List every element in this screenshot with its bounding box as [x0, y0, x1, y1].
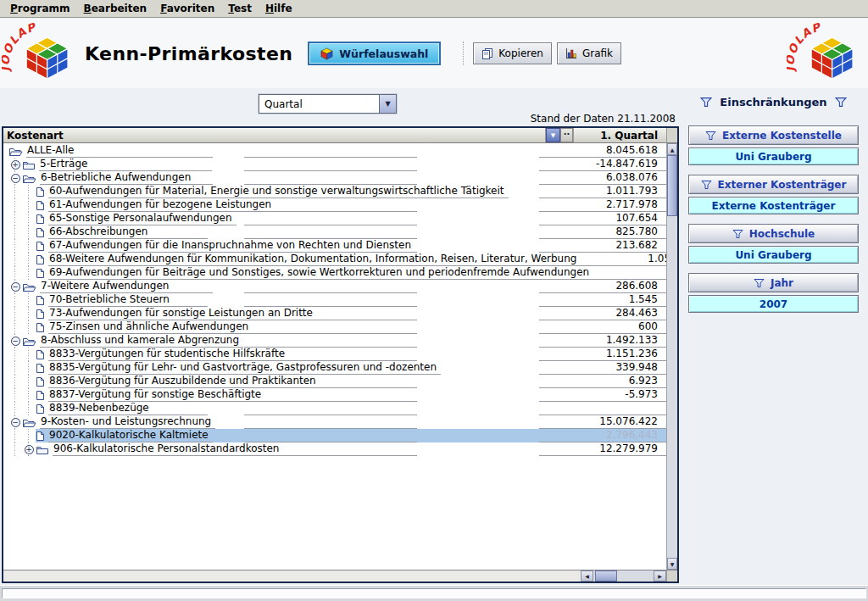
document-icon [36, 214, 45, 225]
folder-closed-icon [36, 444, 49, 455]
filter-value-externer-kostentr-ger[interactable]: Externe Kostenträger [688, 197, 859, 214]
tree-row[interactable]: 8835-Vergütung für Lehr- und Gastvorträg… [3, 361, 666, 375]
tree-row[interactable]: −8-Abschluss und kamerale Abgrenzung1.49… [3, 334, 666, 348]
expand-icon[interactable]: + [11, 160, 20, 170]
column-options-button[interactable]: .. [560, 128, 573, 142]
document-icon [36, 431, 45, 442]
tree-row[interactable]: +906-Kalkulatorische Personalstandardkos… [3, 442, 666, 456]
tree-row[interactable]: −6-Betriebliche Aufwendungen6.038.076 [3, 171, 666, 185]
chevron-down-icon[interactable]: ▼ [379, 95, 396, 113]
filter-button-hochschule[interactable]: Hochschule [688, 224, 859, 243]
tree-row[interactable]: 65-Sonstige Personalaufwendungen107.654 [3, 212, 666, 225]
tree-row[interactable]: 8836-Vergütung für Auszubildende und Pra… [3, 375, 666, 388]
row-value: 1.151.236 [539, 348, 666, 361]
tree-row[interactable]: 69-Aufwendungen für Beiträge und Sonstig… [3, 266, 666, 280]
tree-row[interactable]: −7-Weitere Aufwendungen286.608 [3, 280, 666, 293]
tree-row[interactable]: 8837-Vergütung für sonstige Beschäftigte… [3, 388, 666, 402]
tree-guide [8, 320, 22, 334]
row-label: 8836-Vergütung für Auszubildende und Pra… [48, 375, 320, 388]
scroll-left-button[interactable]: ◀ [581, 570, 593, 582]
row-value: 6.923 [539, 375, 666, 388]
tree-row[interactable]: 67-Aufwendungen für die Inanspruchnahme … [3, 239, 666, 253]
row-label: ALLE-Alle [26, 144, 213, 158]
filter-funnel-icon [705, 131, 716, 141]
horizontal-scrollbar[interactable]: ◀ ▶ [581, 570, 666, 582]
collapse-icon[interactable]: − [11, 337, 20, 346]
row-value: 1.492.133 [539, 334, 666, 348]
tree-row[interactable]: 8833-Vergütungen für studentische Hilfsk… [3, 348, 666, 361]
vertical-scrollbar-thumb[interactable] [667, 155, 677, 216]
row-label: 9020-Kalkulatorische Kaltmiete [48, 429, 213, 442]
tree-row[interactable]: 61-Aufwendungen für bezogene Leistungen2… [3, 198, 666, 212]
collapse-icon[interactable]: − [11, 174, 20, 183]
period-dropdown[interactable]: Quartal ▼ [259, 94, 397, 114]
tree-row[interactable]: 75-Zinsen und ähnliche Aufwendungen600 [3, 320, 666, 334]
tree-guide: − [8, 280, 22, 293]
chart-button[interactable]: Grafik [557, 42, 621, 64]
collapse-icon[interactable]: − [11, 282, 20, 292]
filter-value-hochschule[interactable]: Uni Grauberg [688, 246, 859, 264]
menu-programm[interactable]: Programm [3, 1, 77, 16]
expand-icon[interactable]: + [25, 445, 34, 454]
column-header-kostenart[interactable]: Kostenart [3, 128, 546, 142]
scroll-down-button[interactable]: ▼ [667, 558, 677, 570]
tree-guide [8, 429, 22, 442]
cube-select-button[interactable]: Würfelauswahl [308, 42, 441, 65]
horizontal-scrollbar-thumb[interactable] [595, 570, 617, 582]
row-label: 65-Sonstige Personalaufwendungen [48, 212, 236, 225]
tree-guide [8, 307, 22, 320]
tree-row[interactable]: +5-Erträge-14.847.619 [3, 158, 666, 171]
tree-row[interactable]: 8839-Nebenbezüge [3, 402, 666, 415]
tree-row[interactable]: 73-Aufwendungen für sonstige Leistungen … [3, 307, 666, 320]
menu-favoriten[interactable]: Favoriten [153, 1, 221, 16]
scroll-up-button[interactable]: ▲ [667, 143, 677, 155]
menu-hilfe[interactable]: Hilfe [259, 1, 299, 16]
tree-guide: + [8, 158, 22, 171]
row-value: 600 [539, 320, 666, 334]
tree-row[interactable]: −9-Kosten- und Leistungsrechnung15.076.4… [3, 415, 666, 429]
tree-row[interactable]: 9020-Kalkulatorische Kaltmiete2.796.443 [3, 429, 666, 442]
row-label: 7-Weitere Aufwendungen [40, 280, 213, 293]
document-icon [36, 376, 45, 387]
period-dropdown-value: Quartal [259, 95, 379, 113]
tree-row[interactable]: 60-Aufwendungen für Material, Energie un… [3, 185, 666, 198]
tree-row[interactable]: 66-Abschreibungen825.780 [3, 225, 666, 239]
row-value: 286.608 [539, 280, 666, 293]
tree-guide [8, 225, 22, 239]
row-value: 2.796.443 [539, 429, 666, 442]
copy-button[interactable]: Kopieren [473, 42, 552, 64]
filter-value-externe-kostenstelle[interactable]: Uni Grauberg [688, 147, 859, 165]
bottom-scroll-row: ◀ ▶ [3, 570, 677, 582]
filter-button-externe-kostenstelle[interactable]: Externe Kostenstelle [688, 125, 859, 145]
document-icon [36, 309, 45, 320]
tree-row[interactable]: 70-Betriebliche Steuern1.545 [3, 293, 666, 307]
folder-open-icon [22, 417, 36, 428]
filter-button-externer-kostentr-ger[interactable]: Externer Kostenträger [688, 175, 859, 194]
tree-guide [8, 198, 22, 212]
collapse-icon[interactable]: − [11, 418, 20, 427]
menu-test[interactable]: Test [221, 1, 259, 16]
document-icon [36, 295, 45, 306]
row-label: 66-Abschreibungen [48, 225, 208, 239]
tree-row[interactable]: 68-Weitere Aufwendungen für Kommunikatio… [3, 253, 666, 266]
column-header-quartal[interactable]: 1. Quartal [573, 128, 666, 142]
tree-guide [22, 253, 36, 266]
row-value: 106.916 [593, 266, 666, 280]
vertical-scrollbar[interactable]: ▲ ▼ [666, 143, 677, 570]
document-icon [36, 254, 45, 265]
scroll-right-button[interactable]: ▶ [654, 570, 666, 582]
horizontal-scrollbar-track[interactable] [593, 570, 654, 582]
menu-bearbeiten[interactable]: Bearbeiten [77, 1, 154, 16]
filter-group-jahr: Jahr2007 [688, 273, 859, 313]
page-title: Kenn-Primärkosten [85, 43, 292, 64]
filter-button-jahr[interactable]: Jahr [688, 273, 859, 292]
tree-guide: − [8, 334, 22, 348]
data-status-text: Stand der Daten 21.11.2008 [0, 113, 677, 125]
sort-button[interactable]: ▼ [546, 128, 560, 142]
filter-button-label: Hochschule [749, 228, 815, 240]
tree-row[interactable]: ALLE-Alle8.045.618 [3, 144, 666, 158]
filter-value-jahr[interactable]: 2007 [688, 295, 859, 313]
row-value: 12.279.979 [539, 442, 666, 456]
tree-guide [8, 253, 22, 266]
vertical-scrollbar-track[interactable] [667, 216, 677, 558]
